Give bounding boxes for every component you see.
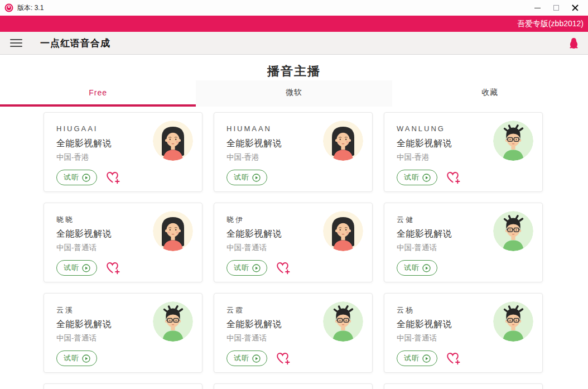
female-avatar-illustration <box>323 211 363 251</box>
voice-description: 全能影视解说 <box>397 228 452 240</box>
voice-description: 全能影视解说 <box>56 228 112 240</box>
voice-card[interactable]: HIUGAAI 全能影视解说 中国-香港 <box>44 112 203 192</box>
voice-description: 全能影视解说 <box>56 138 112 150</box>
male-avatar-illustration <box>153 301 193 342</box>
voice-card-partial[interactable] <box>384 383 543 389</box>
qq-penguin-icon[interactable] <box>568 37 579 49</box>
heart-plus-icon <box>446 171 461 185</box>
listen-button[interactable]: 试听 <box>397 260 437 276</box>
voice-region: 中国-香港 <box>226 152 259 162</box>
voice-region: 中国-香港 <box>56 152 89 162</box>
avatar <box>493 121 533 161</box>
play-circle-icon <box>252 354 261 363</box>
card-actions: 试听 <box>226 350 291 366</box>
voice-card[interactable]: 云溪 全能影视解说 中国-普通话 <box>44 293 203 373</box>
voice-region: 中国-香港 <box>397 152 430 162</box>
voice-card[interactable]: WANLUNG 全能影视解说 中国-香港 <box>384 112 543 192</box>
play-circle-icon <box>422 174 431 182</box>
voice-name: 云健 <box>397 215 415 225</box>
window-controls <box>528 1 585 15</box>
listen-button[interactable]: 试听 <box>56 260 97 276</box>
listen-button-label: 试听 <box>234 172 249 183</box>
voice-region: 中国-普通话 <box>397 243 437 253</box>
voice-region: 中国-普通话 <box>56 333 97 343</box>
listen-button[interactable]: 试听 <box>226 170 267 185</box>
voice-name: 云杨 <box>397 305 415 315</box>
play-circle-icon <box>82 264 90 272</box>
favorite-button[interactable] <box>446 352 461 366</box>
voice-region: 中国-普通话 <box>226 333 267 343</box>
card-actions: 试听 <box>56 170 121 185</box>
hamburger-menu-icon[interactable] <box>10 39 22 47</box>
favorite-button[interactable] <box>276 261 291 275</box>
voice-card-partial[interactable] <box>214 383 373 389</box>
favorite-button[interactable] <box>105 171 121 185</box>
voice-name: 晓晓 <box>56 215 74 225</box>
avatar <box>493 211 533 251</box>
male-avatar-illustration <box>323 301 363 342</box>
favorite-button[interactable] <box>446 171 461 185</box>
listen-button[interactable]: 试听 <box>397 170 437 185</box>
tab-free[interactable]: Free <box>0 80 196 107</box>
favorite-button[interactable] <box>276 352 291 366</box>
voice-region: 中国-普通话 <box>397 333 437 343</box>
card-actions: 试听 <box>226 170 267 185</box>
listen-button[interactable]: 试听 <box>226 260 267 276</box>
voice-card[interactable]: 云杨 全能影视解说 中国-普通话 <box>384 293 543 373</box>
card-grid: HIUGAAI 全能影视解说 中国-香港 <box>44 112 543 389</box>
voice-card[interactable]: 晓伊 全能影视解说 中国-普通话 <box>214 203 373 282</box>
avatar <box>153 301 193 342</box>
voice-name: 晓伊 <box>226 215 244 225</box>
voice-card[interactable]: HIUMAAN 全能影视解说 中国-香港 <box>214 112 373 192</box>
favorite-button[interactable] <box>105 261 121 275</box>
avatar <box>323 301 363 342</box>
heart-plus-icon <box>276 261 291 275</box>
page-title: 播音主播 <box>0 63 588 80</box>
avatar <box>153 121 193 161</box>
tab-favorites[interactable]: 收藏 <box>392 80 588 107</box>
listen-button[interactable]: 试听 <box>56 170 97 185</box>
voice-region: 中国-普通话 <box>56 243 97 253</box>
play-circle-icon <box>252 264 261 272</box>
play-circle-icon <box>422 264 431 272</box>
listen-button-label: 试听 <box>64 172 79 183</box>
female-avatar-illustration <box>153 121 193 161</box>
avatar <box>323 211 363 251</box>
voice-name: 云霞 <box>226 305 244 315</box>
listen-button-label: 试听 <box>404 353 420 363</box>
listen-button-label: 试听 <box>64 263 79 273</box>
voice-card[interactable]: 晓晓 全能影视解说 中国-普通话 <box>44 203 203 282</box>
play-circle-icon <box>82 354 90 363</box>
listen-button-label: 试听 <box>234 263 249 273</box>
voice-card[interactable]: 云霞 全能影视解说 中国-普通话 <box>214 293 373 373</box>
heart-plus-icon <box>105 171 121 185</box>
heart-plus-icon <box>446 352 461 366</box>
card-actions: 试听 <box>397 170 461 185</box>
close-icon[interactable] <box>566 1 585 15</box>
listen-button-label: 试听 <box>234 353 249 363</box>
heart-plus-icon <box>105 261 121 275</box>
heart-plus-icon <box>276 352 291 366</box>
voice-description: 全能影视解说 <box>226 319 282 330</box>
voice-description: 全能影视解说 <box>397 319 452 330</box>
card-actions: 试听 <box>56 260 121 276</box>
card-actions: 试听 <box>226 260 291 276</box>
avatar <box>323 121 363 161</box>
listen-button[interactable]: 试听 <box>226 350 267 366</box>
voice-description: 全能影视解说 <box>226 138 282 150</box>
voice-name: 云溪 <box>56 305 74 315</box>
voice-card[interactable]: 云健 全能影视解说 中国-普通话 <box>384 203 543 282</box>
male-avatar-illustration <box>493 121 533 161</box>
listen-button[interactable]: 试听 <box>397 350 437 366</box>
tab-microsoft[interactable]: 微软 <box>196 80 392 107</box>
voice-name: WANLUNG <box>397 124 445 133</box>
listen-button[interactable]: 试听 <box>56 350 97 366</box>
maximize-icon[interactable] <box>547 1 566 15</box>
card-actions: 试听 <box>397 350 461 366</box>
minimize-icon[interactable] <box>528 1 547 15</box>
play-circle-icon <box>422 354 431 363</box>
app-header: 一点红语音合成 <box>0 32 588 55</box>
voice-description: 全能影视解说 <box>397 138 452 150</box>
voice-card-partial[interactable] <box>44 383 203 389</box>
voice-name: HIUGAAI <box>56 124 98 133</box>
